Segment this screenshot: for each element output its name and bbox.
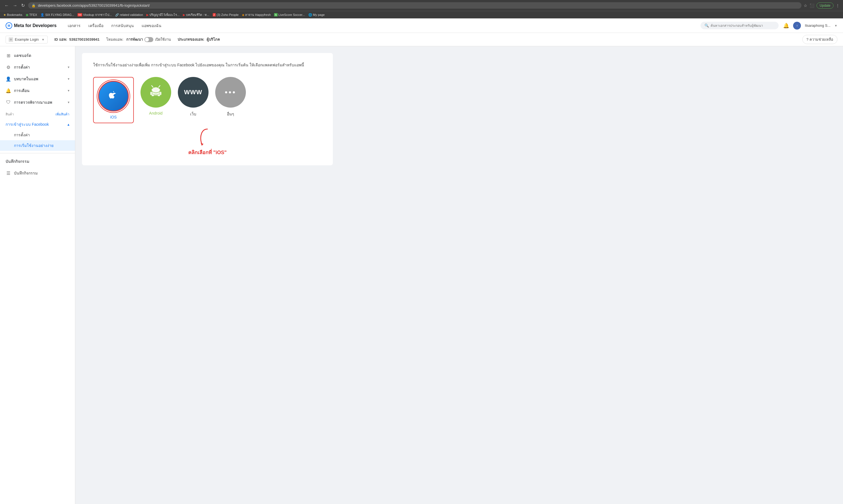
forward-button[interactable]: → bbox=[12, 2, 18, 8]
meta-logo[interactable]: M Meta for Developers bbox=[5, 22, 57, 29]
sidebar-item-fb-login[interactable]: การเข้าสู่ระบบ Facebook ▴ bbox=[0, 119, 75, 130]
bookmark-label: LiveScore Soccer... bbox=[279, 13, 305, 16]
person-icon: 👤 bbox=[40, 13, 44, 17]
bookmark-label: Bookmarks bbox=[7, 13, 22, 16]
app-mode-section: โหมดแอพ: การพัฒนา เปิดใช้งาน bbox=[106, 37, 171, 42]
annotation-text: คลิกเลือกที่ "iOS" bbox=[188, 148, 227, 156]
search-input[interactable] bbox=[711, 24, 766, 28]
bookmark-label: My page bbox=[313, 13, 325, 16]
app-selector-label: Example Login bbox=[15, 37, 39, 41]
products-label: สินค้า bbox=[5, 111, 14, 117]
android-label: Android bbox=[149, 111, 163, 115]
platform-card-other[interactable]: ••• อื่นๆ bbox=[215, 77, 246, 117]
happyfresh-icon: ◈ bbox=[242, 13, 244, 17]
app-id-prefix: ID แอพ: bbox=[54, 37, 67, 41]
fb-login-label: การเข้าสู่ระบบ Facebook bbox=[5, 121, 49, 127]
sidebar-item-settings[interactable]: ⚙ การตั้งค่า ▾ bbox=[0, 61, 75, 73]
roles-label: บทบาทในแอพ bbox=[14, 76, 65, 82]
bookmark-youtube2[interactable]: ▶ บทเรียนชีวิต : ท... bbox=[183, 12, 209, 17]
gear-icon: ⚙ bbox=[5, 65, 11, 70]
sidebar-item-dashboard[interactable]: ⊞ แดชบอร์ด bbox=[0, 50, 75, 61]
help-button[interactable]: ? ความช่วยเหลือ bbox=[802, 35, 838, 44]
address-bar[interactable]: 🔒 developers.facebook.com/apps/539270015… bbox=[28, 2, 802, 8]
bookmark-related-validation[interactable]: 🔗 related validation bbox=[115, 13, 143, 17]
bookmark-vlookup[interactable]: tW Vlookup จากซาวไป... bbox=[77, 12, 112, 17]
chevron-icon: ▾ bbox=[68, 100, 69, 104]
nav-support[interactable]: การสนับสนุน bbox=[111, 22, 134, 29]
mode-suffix: เปิดใช้งาน bbox=[155, 37, 171, 42]
meta-logo-text: Meta for Developers bbox=[14, 23, 57, 28]
appcheck-label: การตรวจพิจารณาแอพ bbox=[14, 99, 65, 105]
activity-label: บันทึกกิจกรรม bbox=[5, 158, 69, 164]
nav-docs[interactable]: เอกสาร bbox=[68, 22, 80, 29]
menu-icon[interactable]: ⋮ bbox=[836, 3, 840, 8]
user-name[interactable]: Itsaraphong S... bbox=[805, 23, 830, 28]
app-selector-chevron: ▼ bbox=[41, 38, 44, 41]
sidebar-item-activity[interactable]: บันทึกกิจกรรม bbox=[0, 156, 75, 167]
content-card: ใช้การเริ่มใช้งานอย่างง่ายเพื่อเพิ่ม การ… bbox=[82, 53, 333, 165]
list-icon: ☰ bbox=[5, 170, 11, 176]
sidebar-item-logs[interactable]: ☰ บันทึกกิจกรรม bbox=[0, 167, 75, 179]
url-display: developers.facebook.com/apps/53927001503… bbox=[38, 3, 798, 7]
help-label: ความช่วยเหลือ bbox=[810, 37, 833, 42]
svg-text:M: M bbox=[7, 24, 10, 27]
sidebar-item-alerts[interactable]: 🔔 การเตือน ▾ bbox=[0, 85, 75, 96]
content-area: ใช้การเริ่มใช้งานอย่างง่ายเพื่อเพิ่ม การ… bbox=[75, 46, 843, 504]
chevron-down-icon[interactable]: ▼ bbox=[835, 24, 838, 27]
nav-tools[interactable]: เครื่องมือ bbox=[88, 22, 104, 29]
sidebar-item-fb-quickstart[interactable]: การเริ่มใช้งานอย่างง่าย bbox=[0, 140, 75, 151]
bookmark-six-flying[interactable]: 👤 SIX FLYING DRAG... bbox=[40, 13, 74, 17]
refresh-button[interactable]: ↻ bbox=[20, 2, 26, 8]
platforms-row: iOS bbox=[93, 77, 322, 123]
bookmark-label: TFEX bbox=[29, 13, 37, 16]
extensions-icon[interactable]: ⬛ bbox=[810, 3, 814, 8]
yt-icon: ▶ bbox=[146, 13, 148, 17]
update-button[interactable]: Update bbox=[817, 2, 833, 8]
star-icon: ★ bbox=[3, 13, 6, 17]
search-box[interactable]: 🔍 bbox=[701, 22, 778, 29]
add-products-link[interactable]: เพิ่มสินค้า bbox=[55, 111, 69, 117]
app-selector[interactable]: ⚙ Example Login ▼ bbox=[5, 36, 48, 43]
bookmark-mypage[interactable]: 🌐 My page bbox=[308, 13, 325, 17]
nav-myapps[interactable]: แอพของฉัน bbox=[142, 22, 161, 29]
bookmark-youtube1[interactable]: ▶ ปริญญามีไว้เพื่ออะไร... bbox=[146, 12, 180, 17]
bookmark-tfex[interactable]: ▣ TFEX bbox=[26, 13, 37, 17]
mode-prefix: โหมดแอพ: bbox=[106, 37, 124, 42]
bookmark-icon[interactable]: ☆ bbox=[804, 3, 807, 8]
svg-rect-11 bbox=[158, 94, 160, 96]
bookmark-label: ปริญญามีไว้เพื่ออะไร... bbox=[149, 12, 180, 17]
sidebar-item-fb-settings[interactable]: การตั้งค่า bbox=[0, 130, 75, 140]
mode-toggle[interactable] bbox=[144, 37, 153, 42]
web-circle: WWW bbox=[178, 77, 209, 108]
bookmark-bookmarks[interactable]: ★ Bookmarks bbox=[3, 13, 22, 17]
bookmark-label: ลาจาน Happyfresh bbox=[245, 12, 271, 17]
back-button[interactable]: ← bbox=[3, 2, 10, 8]
svg-rect-10 bbox=[151, 94, 154, 96]
bookmark-label: related validation bbox=[120, 13, 143, 16]
bookmark-label: SIX FLYING DRAG... bbox=[45, 13, 74, 16]
sidebar-item-roles[interactable]: 👤 บทบาทในแอพ ▾ bbox=[0, 73, 75, 85]
platform-card-android[interactable]: Android bbox=[141, 77, 171, 115]
meta-topnav: M Meta for Developers เอกสาร เครื่องมือ … bbox=[0, 18, 843, 33]
mode-value: การพัฒนา bbox=[126, 37, 143, 42]
dots-text: ••• bbox=[225, 88, 236, 97]
help-icon: ? bbox=[806, 37, 808, 41]
bookmark-zoho[interactable]: Z (3) Zoho People bbox=[213, 13, 239, 16]
type-value: ผู้บริโภค bbox=[207, 37, 220, 41]
ios-circle bbox=[98, 81, 129, 111]
bookmark-label: (3) Zoho People bbox=[217, 13, 239, 16]
vlookup-icon: tW bbox=[77, 13, 82, 16]
notification-icon[interactable]: 🔔 bbox=[783, 22, 789, 29]
dashboard-label: แดชบอร์ด bbox=[14, 52, 69, 58]
www-text: WWW bbox=[184, 89, 202, 96]
main-layout: ⊞ แดชบอร์ด ⚙ การตั้งค่า ▾ 👤 บทบาทในแอพ ▾… bbox=[0, 46, 843, 504]
platform-card-web[interactable]: WWW เว็บ bbox=[178, 77, 209, 117]
sidebar-item-appcheck[interactable]: 🛡 การตรวจพิจารณาแอพ ▾ bbox=[0, 96, 75, 108]
bookmark-livescore[interactable]: ls LiveScore Soccer... bbox=[274, 13, 305, 16]
app-id-value: 539270015039941 bbox=[69, 37, 99, 41]
annotation-section: คลิกเลือกที่ "iOS" bbox=[93, 128, 322, 156]
logs-label: บันทึกกิจกรรม bbox=[14, 170, 38, 176]
bookmark-happyfresh[interactable]: ◈ ลาจาน Happyfresh bbox=[242, 12, 271, 17]
platform-card-ios[interactable]: iOS bbox=[93, 77, 134, 123]
chevron-icon: ▾ bbox=[68, 65, 69, 69]
